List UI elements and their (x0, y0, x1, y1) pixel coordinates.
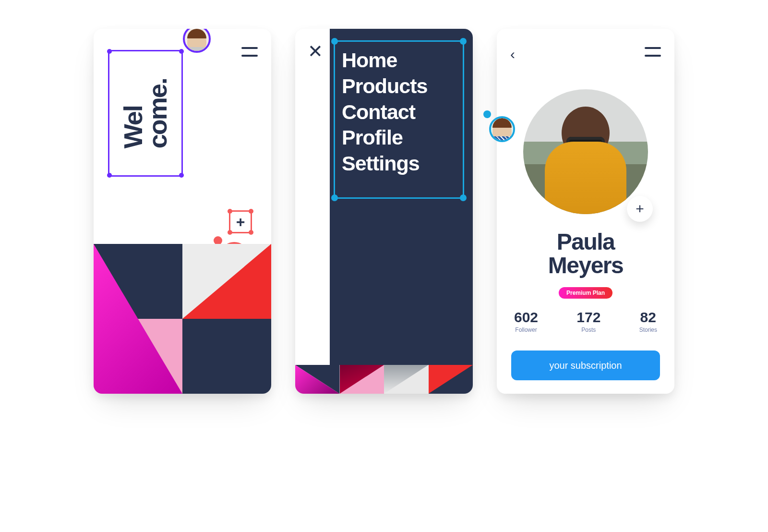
back-chevron-icon[interactable]: ‹ (510, 46, 515, 62)
screen-profile: ‹ + PaulaMeyers Premium Plan 602 Followe… (497, 29, 674, 394)
collaborator-cursor-cyan (483, 110, 517, 144)
plan-badge: Premium Plan (559, 287, 612, 299)
menu-item-profile[interactable]: Profile (342, 125, 456, 151)
hamburger-menu-icon[interactable] (645, 47, 661, 57)
selection-handle[interactable] (179, 173, 184, 178)
collaborator-cursor-purple (178, 29, 208, 50)
menu-item-products[interactable]: Products (342, 73, 456, 99)
screen-welcome: Wel come. + (94, 29, 271, 394)
menu-item-home[interactable]: Home (342, 48, 456, 73)
add-element-selection-frame[interactable]: + (229, 210, 252, 233)
stat-follower[interactable]: 602 Follower (514, 309, 538, 333)
selection-handle[interactable] (331, 38, 338, 45)
menu-selection-frame[interactable]: Home Products Contact Profile Settings (334, 40, 464, 199)
selection-handle[interactable] (228, 230, 232, 235)
add-photo-button[interactable]: + (627, 196, 653, 222)
welcome-text-selection-frame[interactable]: Wel come. (108, 50, 183, 177)
menu-item-settings[interactable]: Settings (342, 151, 456, 177)
plus-icon: + (236, 213, 245, 231)
selection-handle[interactable] (249, 209, 253, 214)
menu-item-contact[interactable]: Contact (342, 99, 456, 125)
collaborator-avatar (489, 116, 515, 142)
profile-name: PaulaMeyers (497, 230, 674, 278)
selection-handle[interactable] (460, 38, 467, 45)
geometric-art-footer (295, 365, 473, 394)
cursor-dot-icon (483, 110, 491, 118)
profile-photo (523, 89, 648, 214)
selection-handle[interactable] (331, 194, 338, 201)
subscription-button[interactable]: your subscription (511, 351, 660, 380)
stat-posts[interactable]: 172 Posts (576, 309, 600, 333)
collaborator-avatar (183, 29, 211, 53)
profile-stats: 602 Follower 172 Posts 82 Stories (514, 309, 657, 333)
close-icon[interactable]: ✕ (308, 42, 323, 60)
screen-menu: ✕ Home Products Contact Profile Settings (295, 29, 473, 394)
plus-icon: + (636, 201, 644, 217)
selection-handle[interactable] (228, 209, 232, 214)
stat-stories[interactable]: 82 Stories (639, 309, 657, 333)
selection-handle[interactable] (107, 49, 112, 54)
camera-icon (566, 137, 605, 163)
geometric-art (94, 244, 271, 394)
selection-handle[interactable] (460, 194, 467, 201)
hamburger-menu-icon[interactable] (241, 47, 258, 57)
welcome-heading: Wel come. (121, 78, 170, 148)
selection-handle[interactable] (249, 230, 253, 235)
selection-handle[interactable] (107, 173, 112, 178)
